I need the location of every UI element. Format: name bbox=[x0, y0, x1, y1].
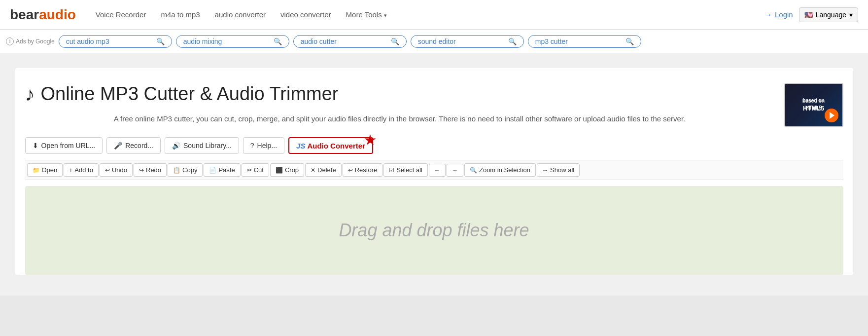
login-button[interactable]: → Login bbox=[764, 10, 793, 19]
undo-button[interactable]: ↩ Undo bbox=[100, 163, 133, 177]
main-wrapper: ♪ Online MP3 Cutter & Audio Trimmer A fr… bbox=[0, 53, 868, 296]
sound-library-label: Sound Library... bbox=[183, 142, 232, 149]
undo-label: Undo bbox=[112, 166, 127, 174]
audio-converter-label: Audio Converter bbox=[307, 142, 365, 150]
sound-library-button[interactable]: 🔊 Sound Library... bbox=[165, 137, 239, 154]
drop-area[interactable]: Drag and drop files here bbox=[25, 186, 843, 275]
ad-pill-1[interactable]: 🔍 bbox=[59, 35, 172, 48]
cut-button[interactable]: ✂ Cut bbox=[242, 163, 269, 177]
drop-text: Drag and drop files here bbox=[339, 220, 529, 241]
crop-icon: ⬛ bbox=[276, 167, 283, 174]
language-arrow: ▾ bbox=[849, 11, 853, 19]
badge-star-icon bbox=[364, 134, 376, 146]
arrow-right-icon: → bbox=[452, 167, 458, 174]
hero-description: A free online MP3 cutter, you can cut, c… bbox=[79, 113, 720, 125]
ad-search-4[interactable] bbox=[418, 37, 504, 45]
show-all-button[interactable]: ↔ Show all bbox=[537, 163, 580, 177]
microphone-icon: 🎤 bbox=[114, 142, 122, 149]
nav-right: → Login 🇺🇸 Language ▾ bbox=[764, 7, 858, 22]
search-icon-2: 🔍 bbox=[274, 37, 282, 45]
play-button[interactable] bbox=[825, 109, 838, 122]
video-label-1: based on bbox=[802, 97, 825, 104]
video-thumbnail[interactable]: based on HTML5 based on HTML5 bbox=[784, 83, 843, 127]
arrow-left-icon: ← bbox=[434, 167, 440, 174]
undo-icon: ↩ bbox=[105, 167, 110, 174]
ad-search-3[interactable] bbox=[301, 37, 387, 45]
scissors-icon: ✂ bbox=[247, 167, 252, 174]
video-label-2: HTML5 bbox=[802, 105, 825, 113]
open-label: Open bbox=[42, 166, 58, 174]
record-button[interactable]: 🎤 Record... bbox=[106, 137, 161, 154]
video-thumb-inner: based on HTML5 based on HTML5 bbox=[785, 84, 842, 126]
flag-icon: 🇺🇸 bbox=[804, 11, 813, 19]
nav-video-converter[interactable]: video converter bbox=[280, 10, 331, 19]
ads-label: i Ads by Google bbox=[6, 37, 55, 45]
hero-title-text: Online MP3 Cutter & Audio Trimmer bbox=[41, 83, 339, 105]
help-label: Help... bbox=[257, 142, 277, 149]
select-all-label: Select all bbox=[396, 166, 422, 174]
nav-more-tools[interactable]: More Tools ▾ bbox=[346, 10, 387, 19]
help-icon: ? bbox=[250, 142, 254, 149]
copy-button[interactable]: 📋 Copy bbox=[168, 163, 203, 177]
edit-toolbar: 📁 Open + Add to ↩ Undo ↪ Redo 📋 Copy 📄 bbox=[25, 160, 843, 180]
open-from-url-button[interactable]: ⬇ Open from URL... bbox=[25, 137, 103, 154]
ad-pill-4[interactable]: 🔍 bbox=[411, 35, 524, 48]
ad-pill-5[interactable]: 🔍 bbox=[528, 35, 641, 48]
logo[interactable]: bearaudio bbox=[10, 7, 76, 23]
arrow-right-button[interactable]: → bbox=[447, 164, 463, 177]
select-all-button[interactable]: ☑ Select all bbox=[383, 163, 428, 177]
delete-button[interactable]: ✕ Delete bbox=[305, 163, 342, 177]
zoom-in-selection-button[interactable]: 🔍 Zoom in Selection bbox=[464, 163, 536, 177]
ad-pill-2[interactable]: 🔍 bbox=[176, 35, 289, 48]
crop-button[interactable]: ⬛ Crop bbox=[270, 163, 304, 177]
ad-search-2[interactable] bbox=[183, 37, 270, 45]
folder-icon: 📁 bbox=[33, 167, 40, 174]
paste-button[interactable]: 📄 Paste bbox=[204, 163, 240, 177]
open-button[interactable]: 📁 Open bbox=[27, 163, 63, 177]
help-button[interactable]: ? Help... bbox=[243, 137, 284, 154]
restore-icon: ↩ bbox=[348, 167, 353, 174]
add-to-button[interactable]: + Add to bbox=[64, 163, 99, 177]
select-all-icon: ☑ bbox=[389, 167, 394, 174]
nav-audio-converter[interactable]: audio converter bbox=[215, 10, 266, 19]
more-tools-arrow: ▾ bbox=[384, 12, 387, 18]
paste-icon: 📄 bbox=[209, 167, 216, 174]
paste-label: Paste bbox=[218, 166, 235, 174]
logo-bear: bear bbox=[10, 7, 39, 22]
redo-button[interactable]: ↪ Redo bbox=[134, 163, 167, 177]
nav-voice-recorder[interactable]: Voice Recorder bbox=[96, 10, 146, 19]
language-label: Language bbox=[816, 11, 846, 19]
hero-title: ♪ Online MP3 Cutter & Audio Trimmer bbox=[25, 83, 774, 105]
nav-m4a-to-mp3[interactable]: m4a to mp3 bbox=[161, 10, 200, 19]
music-note-icon: ♪ bbox=[25, 83, 35, 105]
search-icon-5: 🔍 bbox=[625, 37, 634, 45]
ads-text: Ads by Google bbox=[16, 38, 55, 45]
ads-info-icon[interactable]: i bbox=[6, 37, 14, 45]
navbar: bearaudio Voice Recorder m4a to mp3 audi… bbox=[0, 0, 868, 30]
login-label: Login bbox=[775, 10, 793, 19]
hero-text: ♪ Online MP3 Cutter & Audio Trimmer A fr… bbox=[25, 83, 774, 125]
search-icon-3: 🔍 bbox=[391, 37, 399, 45]
ads-bar: i Ads by Google 🔍 🔍 🔍 🔍 🔍 bbox=[0, 30, 868, 53]
tool-buttons-row: ⬇ Open from URL... 🎤 Record... 🔊 Sound L… bbox=[25, 137, 843, 154]
show-all-label: Show all bbox=[550, 166, 574, 174]
arrow-left-button[interactable]: ← bbox=[429, 164, 446, 177]
ad-pill-3[interactable]: 🔍 bbox=[293, 35, 407, 48]
js-audio-converter-button[interactable]: JS Audio Converter bbox=[288, 137, 373, 154]
show-all-icon: ↔ bbox=[542, 167, 548, 174]
content-box: ♪ Online MP3 Cutter & Audio Trimmer A fr… bbox=[15, 68, 853, 275]
nav-links: Voice Recorder m4a to mp3 audio converte… bbox=[96, 10, 764, 19]
redo-icon: ↪ bbox=[139, 167, 144, 174]
ad-search-5[interactable] bbox=[535, 37, 622, 45]
js-label: JS bbox=[296, 142, 305, 150]
zoom-icon: 🔍 bbox=[470, 167, 477, 174]
copy-icon: 📋 bbox=[173, 167, 180, 174]
ad-search-1[interactable] bbox=[66, 37, 152, 45]
open-from-url-label: Open from URL... bbox=[41, 142, 96, 149]
restore-button[interactable]: ↩ Restore bbox=[343, 163, 383, 177]
redo-label: Redo bbox=[146, 166, 161, 174]
cut-label: Cut bbox=[254, 166, 264, 174]
language-button[interactable]: 🇺🇸 Language ▾ bbox=[799, 7, 858, 22]
zoom-in-selection-label: Zoom in Selection bbox=[479, 166, 530, 174]
plus-icon: + bbox=[69, 167, 72, 174]
